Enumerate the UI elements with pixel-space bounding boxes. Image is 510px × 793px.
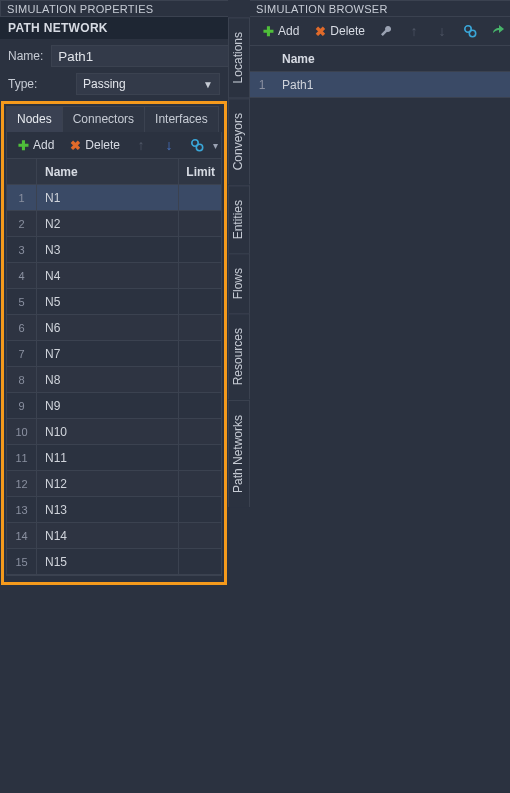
row-index: 9 (7, 393, 37, 418)
row-limit[interactable] (179, 185, 221, 210)
table-row[interactable]: 9N9 (7, 393, 221, 419)
browser-up-button[interactable]: ↑ (402, 21, 426, 41)
table-row[interactable]: 11N11 (7, 445, 221, 471)
browser-delete-label: Delete (330, 24, 365, 38)
row-name[interactable]: N14 (37, 523, 179, 548)
row-name[interactable]: N1 (37, 185, 179, 210)
row-name[interactable]: N15 (37, 549, 179, 574)
toolbar-overflow-icon[interactable]: ▾ (213, 140, 218, 151)
table-row[interactable]: 1N1 (7, 185, 221, 211)
browser-delete-button[interactable]: ✖ Delete (308, 21, 370, 41)
row-limit[interactable] (179, 419, 221, 444)
row-name[interactable]: N7 (37, 341, 179, 366)
row-index: 2 (7, 211, 37, 236)
row-index: 12 (7, 471, 37, 496)
browser-panel: SIMULATION BROWSER ✚ Add ✖ Delete ↑ (250, 0, 510, 793)
row-limit[interactable] (179, 211, 221, 236)
row-name[interactable]: N4 (37, 263, 179, 288)
row-limit[interactable] (179, 471, 221, 496)
col-limit-header[interactable]: Limit (179, 159, 221, 184)
row-name[interactable]: N9 (37, 393, 179, 418)
add-node-button[interactable]: ✚ Add (11, 135, 59, 155)
browser-config-button[interactable] (374, 21, 398, 41)
row-name[interactable]: N11 (37, 445, 179, 470)
row-name[interactable]: N3 (37, 237, 179, 262)
row-limit[interactable] (179, 393, 221, 418)
row-limit[interactable] (179, 523, 221, 548)
vtab-locations[interactable]: Locations (228, 17, 250, 98)
cross-icon: ✖ (68, 138, 82, 152)
tab-interfaces[interactable]: Interfaces (145, 106, 219, 132)
tab-connectors[interactable]: Connectors (63, 106, 145, 132)
table-row[interactable]: 4N4 (7, 263, 221, 289)
row-index: 15 (7, 549, 37, 574)
row-index: 10 (7, 419, 37, 444)
browser-share-button[interactable] (486, 21, 510, 41)
browser-add-button[interactable]: ✚ Add (256, 21, 304, 41)
nodes-table-head: Name Limit (7, 159, 221, 185)
row-limit[interactable] (179, 341, 221, 366)
col-name-header[interactable]: Name (37, 159, 179, 184)
nodes-toolbar: ✚ Add ✖ Delete ↑ ↓ ▾ (6, 132, 222, 159)
row-limit[interactable] (179, 289, 221, 314)
plus-icon: ✚ (16, 138, 30, 152)
vtab-resources[interactable]: Resources (228, 313, 250, 399)
table-row[interactable]: 2N2 (7, 211, 221, 237)
row-name[interactable]: N10 (37, 419, 179, 444)
table-row[interactable]: 6N6 (7, 315, 221, 341)
table-row[interactable]: 10N10 (7, 419, 221, 445)
move-down-button[interactable]: ↓ (157, 135, 181, 155)
type-select-value: Passing (83, 77, 126, 91)
find-button[interactable] (185, 135, 209, 155)
table-row[interactable]: 15N15 (7, 549, 221, 575)
chevron-down-icon: ▼ (203, 79, 213, 90)
vtab-conveyors[interactable]: Conveyors (228, 98, 250, 184)
browser-find-button[interactable] (458, 21, 482, 41)
row-index: 14 (7, 523, 37, 548)
arrow-up-icon: ↑ (134, 138, 148, 152)
vtab-path-networks[interactable]: Path Networks (228, 400, 250, 507)
vtab-flows[interactable]: Flows (228, 253, 250, 313)
row-name[interactable]: Path1 (274, 78, 510, 92)
vtab-entities[interactable]: Entities (228, 185, 250, 253)
row-limit[interactable] (179, 237, 221, 262)
browser-toolbar: ✚ Add ✖ Delete ↑ ↓ (250, 17, 510, 46)
row-name[interactable]: N2 (37, 211, 179, 236)
browser-col-name[interactable]: Name (274, 52, 510, 66)
row-index: 13 (7, 497, 37, 522)
table-row[interactable]: 14N14 (7, 523, 221, 549)
share-arrow-icon (491, 24, 505, 38)
row-index: 1 (250, 78, 274, 92)
name-input[interactable] (51, 45, 234, 67)
wrench-icon (379, 24, 393, 38)
delete-node-label: Delete (85, 138, 120, 152)
table-row[interactable]: 12N12 (7, 471, 221, 497)
type-select[interactable]: Passing ▼ (76, 73, 220, 95)
table-row[interactable]: 5N5 (7, 289, 221, 315)
move-up-button[interactable]: ↑ (129, 135, 153, 155)
row-limit[interactable] (179, 263, 221, 288)
row-limit[interactable] (179, 497, 221, 522)
row-limit[interactable] (179, 549, 221, 574)
table-row[interactable]: 13N13 (7, 497, 221, 523)
row-limit[interactable] (179, 315, 221, 340)
row-limit[interactable] (179, 445, 221, 470)
row-name[interactable]: N6 (37, 315, 179, 340)
nodes-editor-highlight: Nodes Connectors Interfaces ✚ Add ✖ Dele… (1, 101, 227, 585)
row-name[interactable]: N13 (37, 497, 179, 522)
browser-title-bar: SIMULATION BROWSER (250, 0, 510, 17)
table-row[interactable]: 3N3 (7, 237, 221, 263)
browser-table-head: Name (250, 46, 510, 72)
table-row[interactable]: 7N7 (7, 341, 221, 367)
properties-title-bar: SIMULATION PROPERTIES (0, 0, 228, 17)
row-name[interactable]: N8 (37, 367, 179, 392)
row-name[interactable]: N5 (37, 289, 179, 314)
list-item[interactable]: 1Path1 (250, 72, 510, 98)
browser-table: Name 1Path1 (250, 46, 510, 98)
delete-node-button[interactable]: ✖ Delete (63, 135, 125, 155)
browser-down-button[interactable]: ↓ (430, 21, 454, 41)
table-row[interactable]: 8N8 (7, 367, 221, 393)
tab-nodes[interactable]: Nodes (6, 106, 63, 132)
row-name[interactable]: N12 (37, 471, 179, 496)
row-limit[interactable] (179, 367, 221, 392)
